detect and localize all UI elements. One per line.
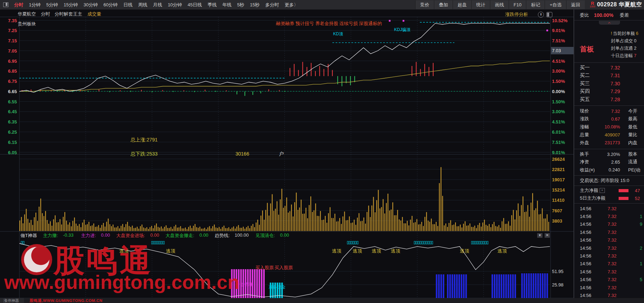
menu-item-60分钟[interactable]: 60分钟 [100, 0, 120, 10]
menu-item-年线[interactable]: 年线 [220, 0, 234, 10]
menu-button-标记[interactable]: 标记 [526, 0, 545, 9]
bid-price-4: 7.29 [599, 89, 620, 94]
sub-indicator-name[interactable]: 做T神器 [20, 232, 37, 239]
flow-value-0: 47 [635, 188, 644, 193]
menu-button-叠加[interactable]: 叠加 [434, 0, 453, 9]
sub-param-value-5: 0.00 [280, 232, 289, 238]
pct-axis-right-5: 3.00% [552, 68, 572, 74]
tick-price-9: 7.32 [595, 277, 617, 282]
signal-kd-top: KD顶 [333, 31, 343, 37]
chart-title-part-0: 华夏航空 [18, 11, 36, 17]
tick-price-4: 7.32 [595, 237, 617, 243]
sub-param-label-3: 大盘资金撤走: [165, 232, 194, 239]
fin-row-净资: 净资2.65流通 [574, 158, 644, 166]
menu-item-10分钟[interactable]: 10分钟 [165, 0, 185, 10]
menu-item-1分钟[interactable]: 1分钟 [26, 0, 43, 10]
tick-row-4: 14:567.32 [574, 236, 644, 244]
escape-top-label-0: 逃顶 [119, 248, 128, 254]
price-axis-left-6.95: 6.95 [0, 59, 17, 64]
panel-separator [574, 105, 644, 106]
menu-button-统计[interactable]: 统计 [471, 0, 490, 9]
fin-label-净资: 净资 [580, 159, 589, 165]
flow-bar-0 [619, 189, 628, 192]
stock-title-group: R 1000 002928 华夏航空 [590, 1, 644, 8]
limit-analysis-label[interactable]: 涨跌停分析 [505, 11, 528, 18]
quote-panel: 委比100.00%委差ᨈ首板!当前封单额6封单占成交0封单占流通2十日总涨幅7买… [574, 10, 644, 298]
popup-icon[interactable]: ⬆ [538, 12, 544, 18]
quote-value-总量: 409007 [593, 132, 620, 138]
board-info-value-3: 7 [634, 52, 637, 60]
sub-param-value-0: -0.33 [63, 232, 74, 238]
fin-label2-流通: 流通 [628, 159, 637, 165]
chart-title-part-3: 成交量 [87, 11, 101, 17]
menu-item-30分钟[interactable]: 30分钟 [81, 0, 100, 10]
board-info-row-1: 封单占成交0 [611, 37, 644, 45]
menu-item-周线[interactable]: 周线 [135, 0, 150, 10]
menu-button-F10[interactable]: F10 [509, 0, 526, 9]
collapse-chevron-icon[interactable]: ᨈ [599, 21, 620, 25]
menu-item-15分钟[interactable]: 15分钟 [61, 0, 80, 10]
menu-item-更多〉[interactable]: 更多〉 [282, 0, 301, 10]
menu-button-竞价[interactable]: 竞价 [415, 0, 434, 9]
tick-price-6: 7.32 [595, 253, 617, 259]
pct-axis-right-12: 7.51% [552, 140, 572, 145]
bid-label-5: 买五 [580, 96, 590, 103]
menu-button-画线[interactable]: 画线 [490, 0, 509, 9]
board-info-label-1: 封单占成交 [611, 37, 633, 45]
stock-tags: 融资融券 预计扭亏 养老金持股 连续亏损 深股通标的 [276, 20, 382, 27]
volume-axis-11410: 11410 [552, 198, 564, 203]
menu-item-5秒[interactable]: 5秒 [234, 0, 247, 10]
bid-label-1: 买一 [580, 65, 590, 71]
escape-top-label-6: 逃顶 [460, 248, 469, 254]
price-axis-left-6.15: 6.15 [0, 140, 17, 145]
sub-param-label-0: 主力撤: [43, 232, 58, 239]
menu-item-多分时[interactable]: 多分时 [263, 0, 282, 10]
tick-price-2: 7.32 [595, 222, 617, 227]
pct-axis-right-10: 4.51% [552, 119, 572, 125]
flow-label-1: 5日主力净额 [580, 195, 605, 201]
menu-item-45日线[interactable]: 45日线 [185, 0, 204, 10]
total-down-label: 总下跌:2533 [130, 151, 158, 157]
statusbar: 涨停神器 股鸣通,WWW.GUMINGTONG.COM.CN [0, 298, 644, 303]
window-pane-icon[interactable] [3, 2, 8, 7]
fin-row-收益(≡): 收益(≡)0.240PE(动 [574, 166, 644, 174]
quote-row-总量: 总量409007量比 [574, 131, 644, 139]
bid-row-4: 买四7.29 [574, 87, 644, 95]
menu-button-超盘[interactable]: 超盘 [453, 0, 471, 9]
menu-button-返回[interactable]: 返回 [566, 0, 585, 9]
menu-item-日线[interactable]: 日线 [121, 0, 135, 10]
tick-row-7: 14:567.321 [574, 260, 644, 268]
split-view-icon[interactable] [546, 12, 552, 17]
price-axis-left-7.25: 7.25 [0, 28, 17, 33]
menu-item-季线[interactable]: 季线 [205, 0, 220, 10]
fin-label-换手: 换手 [580, 151, 589, 157]
tick-extra-7: 1 [640, 261, 642, 266]
sub-param-value-2: 0.00 [150, 232, 159, 238]
menu-item-15秒[interactable]: 15秒 [247, 0, 262, 10]
hold-phase-label: 持股待涨 [236, 281, 253, 287]
rong-r: R [591, 2, 594, 5]
tab-zhangting-shenqi[interactable]: 涨停神器 [0, 298, 24, 303]
tick-row-0: 14:567.32 [574, 205, 644, 212]
holders-number: 30166 [235, 151, 249, 157]
menu-item-5分钟[interactable]: 5分钟 [43, 0, 61, 10]
fin-label2-股本: 股本 [628, 151, 637, 157]
menu-item-分时[interactable]: 分时 [11, 0, 26, 10]
list-small-icon[interactable]: ≡ [600, 188, 605, 193]
menu-button-+自选[interactable]: +自选 [545, 0, 566, 9]
sub-close-icon[interactable]: ✕ [545, 233, 550, 238]
sub-param-label-5: 见顶清仓: [256, 232, 275, 239]
panel-collapse-tab[interactable]: ᨈ [574, 20, 644, 25]
board-label[interactable]: 贵州板块 [18, 21, 36, 27]
pct-axis-right-8: 1.50% [552, 99, 572, 104]
tick-time-10: 14:56 [580, 285, 591, 290]
volume-axis-26624: 26624 [552, 157, 565, 162]
chart-canvas [0, 10, 574, 298]
tick-time-2: 14:56 [580, 222, 591, 227]
tick-row-1: 14:567.321 [574, 212, 644, 220]
sub-collapse-icon[interactable]: ▼ [537, 233, 542, 238]
menu-item-月线[interactable]: 月线 [150, 0, 165, 10]
chart-region[interactable]: 华夏航空分时分时解套王主成交量贵州板块融资融券 预计扭亏 养老金持股 连续亏损 … [0, 10, 574, 298]
price-axis-left-6.75: 6.75 [0, 79, 17, 84]
tick-time-4: 14:56 [580, 237, 591, 243]
